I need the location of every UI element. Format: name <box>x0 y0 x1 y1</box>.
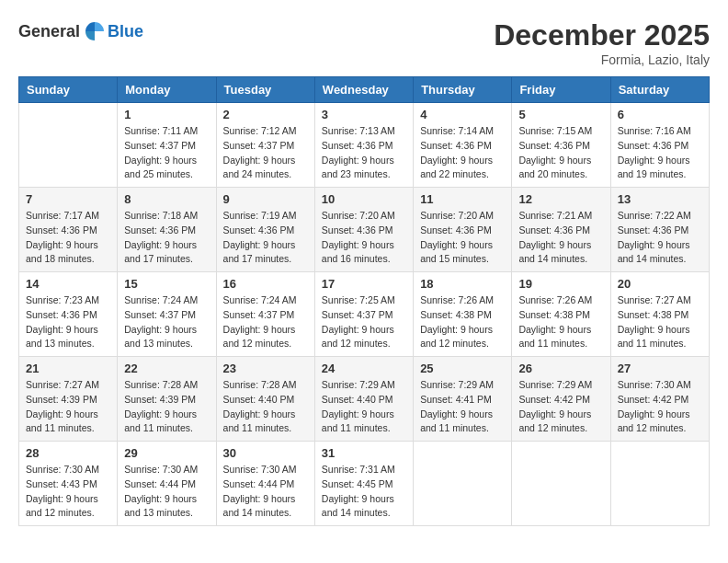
day-number: 2 <box>223 108 308 121</box>
day-cell: 6Sunrise: 7:16 AMSunset: 4:36 PMDaylight… <box>610 103 709 188</box>
day-number: 30 <box>223 446 308 460</box>
day-number: 13 <box>618 192 702 206</box>
day-number: 4 <box>420 108 505 121</box>
day-info: Sunrise: 7:24 AMSunset: 4:37 PMDaylight:… <box>223 293 308 351</box>
day-number: 10 <box>322 192 406 206</box>
day-info: Sunrise: 7:30 AMSunset: 4:42 PMDaylight:… <box>618 378 702 436</box>
day-cell: 26Sunrise: 7:29 AMSunset: 4:42 PMDayligh… <box>512 357 610 442</box>
day-info: Sunrise: 7:30 AMSunset: 4:43 PMDaylight:… <box>26 463 110 521</box>
day-info: Sunrise: 7:13 AMSunset: 4:36 PMDaylight:… <box>322 124 406 182</box>
header-row: SundayMondayTuesdayWednesdayThursdayFrid… <box>19 77 710 103</box>
day-number: 16 <box>223 277 308 291</box>
column-header-saturday: Saturday <box>610 77 709 103</box>
column-header-thursday: Thursday <box>414 77 512 103</box>
day-cell: 19Sunrise: 7:26 AMSunset: 4:38 PMDayligh… <box>512 272 610 357</box>
column-header-monday: Monday <box>118 77 216 103</box>
day-cell: 10Sunrise: 7:20 AMSunset: 4:36 PMDayligh… <box>314 188 413 272</box>
day-cell: 11Sunrise: 7:20 AMSunset: 4:36 PMDayligh… <box>414 188 512 272</box>
day-cell: 15Sunrise: 7:24 AMSunset: 4:37 PMDayligh… <box>118 272 216 357</box>
column-header-sunday: Sunday <box>19 77 118 103</box>
day-cell: 2Sunrise: 7:12 AMSunset: 4:37 PMDaylight… <box>216 103 314 188</box>
month-title: December 2025 <box>494 18 710 52</box>
day-info: Sunrise: 7:31 AMSunset: 4:45 PMDaylight:… <box>322 463 406 521</box>
day-cell: 1Sunrise: 7:11 AMSunset: 4:37 PMDaylight… <box>118 103 216 188</box>
day-info: Sunrise: 7:14 AMSunset: 4:36 PMDaylight:… <box>420 124 505 182</box>
day-info: Sunrise: 7:22 AMSunset: 4:36 PMDaylight:… <box>618 209 702 267</box>
day-info: Sunrise: 7:16 AMSunset: 4:36 PMDaylight:… <box>618 124 702 182</box>
day-info: Sunrise: 7:30 AMSunset: 4:44 PMDaylight:… <box>124 463 209 521</box>
day-cell: 31Sunrise: 7:31 AMSunset: 4:45 PMDayligh… <box>314 442 413 526</box>
day-number: 1 <box>124 108 209 121</box>
day-cell <box>414 442 512 526</box>
title-section: December 2025 Formia, Lazio, Italy <box>494 18 710 67</box>
day-cell: 23Sunrise: 7:28 AMSunset: 4:40 PMDayligh… <box>216 357 314 442</box>
day-number: 23 <box>223 362 308 375</box>
day-info: Sunrise: 7:29 AMSunset: 4:42 PMDaylight:… <box>518 378 603 436</box>
day-number: 6 <box>618 108 702 121</box>
day-cell: 29Sunrise: 7:30 AMSunset: 4:44 PMDayligh… <box>118 442 216 526</box>
column-header-friday: Friday <box>512 77 610 103</box>
logo-general: General <box>18 22 80 41</box>
day-number: 21 <box>26 362 110 375</box>
day-number: 7 <box>26 192 110 206</box>
day-number: 17 <box>322 277 406 291</box>
week-row-1: 1Sunrise: 7:11 AMSunset: 4:37 PMDaylight… <box>19 103 710 188</box>
day-info: Sunrise: 7:12 AMSunset: 4:37 PMDaylight:… <box>223 124 308 182</box>
week-row-5: 28Sunrise: 7:30 AMSunset: 4:43 PMDayligh… <box>19 442 710 526</box>
day-number: 19 <box>518 277 603 291</box>
day-cell: 3Sunrise: 7:13 AMSunset: 4:36 PMDaylight… <box>314 103 413 188</box>
day-cell: 9Sunrise: 7:19 AMSunset: 4:36 PMDaylight… <box>216 188 314 272</box>
day-cell: 12Sunrise: 7:21 AMSunset: 4:36 PMDayligh… <box>512 188 610 272</box>
day-cell: 14Sunrise: 7:23 AMSunset: 4:36 PMDayligh… <box>19 272 118 357</box>
day-number: 20 <box>618 277 702 291</box>
day-cell: 30Sunrise: 7:30 AMSunset: 4:44 PMDayligh… <box>216 442 314 526</box>
day-cell: 25Sunrise: 7:29 AMSunset: 4:41 PMDayligh… <box>414 357 512 442</box>
day-cell: 8Sunrise: 7:18 AMSunset: 4:36 PMDaylight… <box>118 188 216 272</box>
day-number: 15 <box>124 277 209 291</box>
day-cell <box>19 103 118 188</box>
day-info: Sunrise: 7:26 AMSunset: 4:38 PMDaylight:… <box>518 293 603 351</box>
column-header-tuesday: Tuesday <box>216 77 314 103</box>
day-number: 3 <box>322 108 406 121</box>
day-cell: 5Sunrise: 7:15 AMSunset: 4:36 PMDaylight… <box>512 103 610 188</box>
week-row-3: 14Sunrise: 7:23 AMSunset: 4:36 PMDayligh… <box>19 272 710 357</box>
logo: General Blue <box>18 18 143 44</box>
day-info: Sunrise: 7:28 AMSunset: 4:39 PMDaylight:… <box>124 378 209 436</box>
day-cell: 18Sunrise: 7:26 AMSunset: 4:38 PMDayligh… <box>414 272 512 357</box>
day-number: 28 <box>26 446 110 460</box>
day-info: Sunrise: 7:23 AMSunset: 4:36 PMDaylight:… <box>26 293 110 351</box>
day-info: Sunrise: 7:28 AMSunset: 4:40 PMDaylight:… <box>223 378 308 436</box>
day-number: 8 <box>124 192 209 206</box>
day-cell: 24Sunrise: 7:29 AMSunset: 4:40 PMDayligh… <box>314 357 413 442</box>
week-row-2: 7Sunrise: 7:17 AMSunset: 4:36 PMDaylight… <box>19 188 710 272</box>
day-info: Sunrise: 7:27 AMSunset: 4:39 PMDaylight:… <box>26 378 110 436</box>
week-row-4: 21Sunrise: 7:27 AMSunset: 4:39 PMDayligh… <box>19 357 710 442</box>
day-info: Sunrise: 7:20 AMSunset: 4:36 PMDaylight:… <box>322 209 406 267</box>
day-info: Sunrise: 7:19 AMSunset: 4:36 PMDaylight:… <box>223 209 308 267</box>
logo-blue: Blue <box>108 22 143 41</box>
column-header-wednesday: Wednesday <box>314 77 413 103</box>
day-number: 11 <box>420 192 505 206</box>
day-info: Sunrise: 7:26 AMSunset: 4:38 PMDaylight:… <box>420 293 505 351</box>
day-cell: 17Sunrise: 7:25 AMSunset: 4:37 PMDayligh… <box>314 272 413 357</box>
day-info: Sunrise: 7:30 AMSunset: 4:44 PMDaylight:… <box>223 463 308 521</box>
day-cell: 16Sunrise: 7:24 AMSunset: 4:37 PMDayligh… <box>216 272 314 357</box>
day-info: Sunrise: 7:24 AMSunset: 4:37 PMDaylight:… <box>124 293 209 351</box>
day-info: Sunrise: 7:29 AMSunset: 4:41 PMDaylight:… <box>420 378 505 436</box>
day-number: 31 <box>322 446 406 460</box>
day-cell <box>512 442 610 526</box>
day-info: Sunrise: 7:25 AMSunset: 4:37 PMDaylight:… <box>322 293 406 351</box>
day-cell: 4Sunrise: 7:14 AMSunset: 4:36 PMDaylight… <box>414 103 512 188</box>
logo-icon <box>82 18 108 44</box>
location-subtitle: Formia, Lazio, Italy <box>494 52 710 67</box>
day-cell: 21Sunrise: 7:27 AMSunset: 4:39 PMDayligh… <box>19 357 118 442</box>
day-cell: 28Sunrise: 7:30 AMSunset: 4:43 PMDayligh… <box>19 442 118 526</box>
day-info: Sunrise: 7:15 AMSunset: 4:36 PMDaylight:… <box>518 124 603 182</box>
day-number: 12 <box>518 192 603 206</box>
day-info: Sunrise: 7:21 AMSunset: 4:36 PMDaylight:… <box>518 209 603 267</box>
day-number: 27 <box>618 362 702 375</box>
day-cell <box>610 442 709 526</box>
calendar-table: SundayMondayTuesdayWednesdayThursdayFrid… <box>18 76 710 526</box>
day-number: 25 <box>420 362 505 375</box>
day-number: 26 <box>518 362 603 375</box>
